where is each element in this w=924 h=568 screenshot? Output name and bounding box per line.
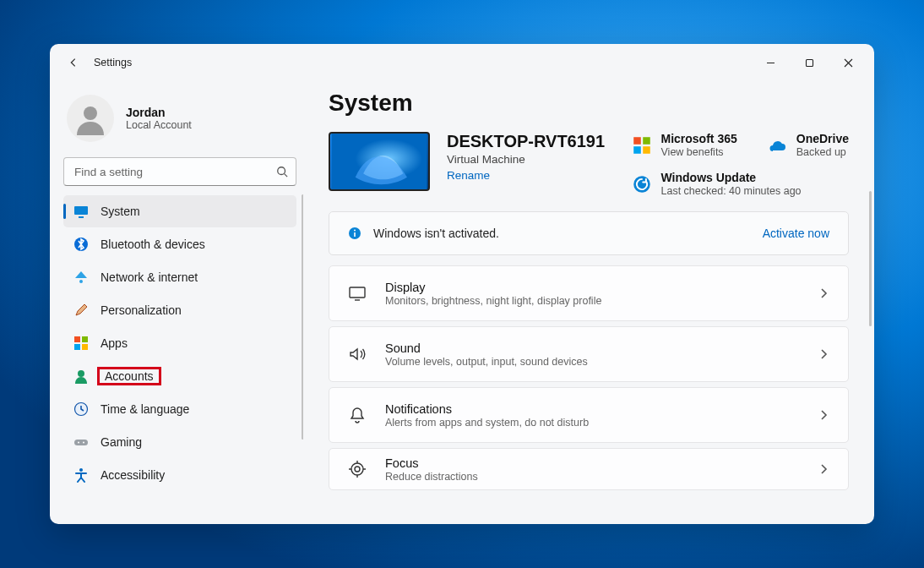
svg-rect-5	[74, 336, 80, 342]
device-name: DESKTOP-RVT6191	[447, 132, 605, 151]
tile-microsoft365[interactable]: Microsoft 365View benefits	[633, 132, 737, 159]
rename-link[interactable]: Rename	[447, 169, 605, 182]
avatar	[67, 95, 114, 142]
chevron-right-icon	[818, 409, 829, 421]
apps-icon	[73, 336, 89, 351]
svg-point-12	[78, 442, 79, 444]
sidebar-item-network[interactable]: Network & internet	[63, 261, 296, 293]
bluetooth-icon	[73, 237, 89, 252]
onedrive-icon	[768, 136, 786, 155]
main-panel: System DESKTOP-RVT6191 Virtual Machine R…	[303, 81, 874, 524]
sidebar-item-apps[interactable]: Apps	[63, 327, 296, 359]
activation-text: Windows isn't activated.	[373, 227, 499, 240]
svg-rect-8	[82, 344, 88, 350]
chevron-right-icon	[818, 463, 829, 475]
sidebar-item-accounts[interactable]: Accounts	[63, 360, 296, 392]
svg-rect-16	[633, 137, 641, 145]
svg-point-25	[351, 463, 363, 475]
window-title: Settings	[94, 57, 132, 68]
device-type: Virtual Machine	[447, 153, 605, 166]
activation-banner: Windows isn't activated. Activate now	[329, 211, 849, 255]
profile-sub: Local Account	[126, 119, 192, 131]
system-icon	[73, 204, 89, 219]
sidebar-item-label: Accounts	[97, 367, 161, 385]
minimize-button[interactable]	[751, 49, 790, 76]
sidebar-item-system[interactable]: System	[63, 195, 296, 227]
maximize-button[interactable]	[790, 49, 829, 76]
titlebar: Settings	[50, 44, 874, 81]
svg-point-2	[278, 167, 285, 175]
clock-icon	[73, 401, 89, 417]
svg-rect-11	[74, 440, 88, 445]
device-info: DESKTOP-RVT6191 Virtual Machine Rename	[447, 132, 605, 182]
wifi-icon	[73, 270, 89, 285]
svg-point-1	[84, 106, 97, 120]
chevron-right-icon	[818, 348, 829, 360]
accounts-icon	[73, 369, 89, 384]
svg-rect-18	[633, 146, 641, 154]
back-button[interactable]	[65, 54, 82, 71]
svg-point-26	[355, 467, 360, 472]
svg-rect-22	[354, 232, 356, 237]
close-button[interactable]	[829, 49, 867, 76]
tile-windows-update[interactable]: Windows UpdateLast checked: 40 minutes a…	[633, 171, 850, 198]
main-scrollbar[interactable]	[869, 191, 872, 326]
profile-name: Jordan	[126, 106, 192, 119]
sidebar-item-label: Bluetooth & devices	[101, 238, 205, 251]
svg-rect-24	[350, 287, 365, 298]
sidebar-item-personalization[interactable]: Personalization	[63, 294, 296, 326]
sidebar-item-accessibility[interactable]: Accessibility	[63, 459, 296, 491]
sidebar-item-label: Apps	[101, 336, 128, 350]
brush-icon	[73, 303, 89, 318]
sidebar: Jordan Local Account System Blue	[50, 81, 303, 524]
sidebar-item-label: Personalization	[101, 303, 182, 317]
svg-point-9	[78, 370, 84, 377]
row-display[interactable]: DisplayMonitors, brightness, night light…	[329, 265, 849, 321]
sidebar-item-label: Network & internet	[101, 270, 198, 284]
svg-rect-6	[82, 336, 88, 342]
chevron-right-icon	[818, 287, 829, 299]
bell-icon	[348, 406, 367, 424]
update-icon	[633, 175, 651, 194]
tile-onedrive[interactable]: OneDriveBacked up	[768, 132, 849, 159]
sidebar-item-label: System	[101, 205, 140, 218]
settings-window: Settings Jordan Local Account	[50, 44, 874, 524]
microsoft-icon	[633, 136, 651, 155]
activate-link[interactable]: Activate now	[763, 227, 829, 240]
sidebar-item-label: Time & language	[101, 402, 189, 416]
search-box[interactable]	[63, 157, 296, 186]
svg-point-13	[83, 442, 84, 444]
info-icon	[348, 227, 361, 240]
display-icon	[348, 284, 367, 303]
gamepad-icon	[73, 434, 89, 450]
search-icon	[276, 166, 288, 178]
row-notifications[interactable]: NotificationsAlerts from apps and system…	[329, 387, 849, 443]
svg-rect-0	[806, 59, 813, 66]
sidebar-item-bluetooth[interactable]: Bluetooth & devices	[63, 228, 296, 260]
search-input[interactable]	[63, 157, 296, 186]
profile-block[interactable]: Jordan Local Account	[63, 83, 303, 150]
svg-point-23	[354, 229, 356, 231]
sidebar-item-label: Gaming	[101, 435, 142, 449]
row-focus[interactable]: FocusReduce distractions	[329, 448, 849, 490]
sidebar-item-time[interactable]: Time & language	[63, 393, 296, 425]
svg-rect-17	[643, 137, 650, 145]
accessibility-icon	[73, 467, 89, 483]
row-sound[interactable]: SoundVolume levels, output, input, sound…	[329, 326, 849, 382]
page-title: System	[329, 90, 849, 117]
svg-rect-7	[74, 344, 80, 350]
desktop-thumbnail[interactable]	[329, 132, 430, 191]
focus-icon	[348, 460, 367, 478]
sidebar-item-gaming[interactable]: Gaming	[63, 426, 296, 458]
sound-icon	[348, 345, 367, 363]
nav: System Bluetooth & devices Network & int…	[63, 194, 303, 524]
sidebar-item-label: Accessibility	[101, 468, 165, 482]
svg-point-14	[79, 468, 83, 472]
system-hero: DESKTOP-RVT6191 Virtual Machine Rename M…	[329, 132, 849, 198]
svg-rect-3	[74, 206, 88, 215]
svg-rect-19	[643, 146, 650, 154]
